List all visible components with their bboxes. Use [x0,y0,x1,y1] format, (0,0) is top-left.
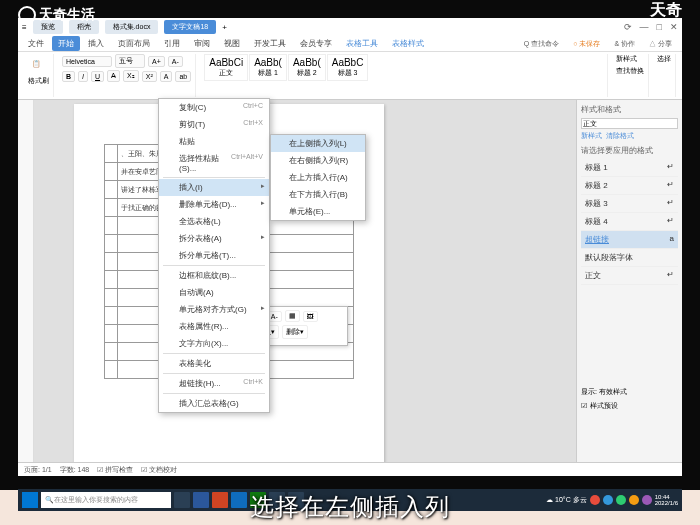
style-item-h4[interactable]: 标题 4↵ [581,213,678,231]
ribbon-tab-layout[interactable]: 页面布局 [112,36,156,51]
bold-button[interactable]: B [62,71,75,82]
submenu-insert-col-left[interactable]: 在上侧插入列(L) [271,135,365,152]
ribbon-unsaved: ○ 未保存 [567,37,606,51]
menu-paste[interactable]: 粘贴 [159,133,269,150]
menu-text-direction[interactable]: 文字方向(X)... [159,335,269,352]
status-page: 页面: 1/1 [24,465,52,475]
style-item-hyperlink[interactable]: 超链接a [581,231,678,249]
mini-table-icon[interactable]: ▦ [285,310,300,322]
ribbon-share[interactable]: △ 分享 [643,37,678,51]
menu-cut[interactable]: 剪切(T)Ctrl+X [159,116,269,133]
styles-panel: 样式和格式 新样式 清除格式 请选择要应用的格式 标题 1↵ 标题 2↵ 标题 … [576,100,682,462]
ribbon-tab-reference[interactable]: 引用 [158,36,186,51]
italic-button[interactable]: I [78,71,88,82]
mini-delete[interactable]: 删除▾ [282,325,308,339]
ribbon-tab-member[interactable]: 会员专享 [294,36,338,51]
insert-submenu: 在上侧插入列(L) 在右侧插入列(R) 在上方插入行(A) 在下方插入行(B) … [270,134,366,221]
submenu-insert-col-right[interactable]: 在右侧插入列(R) [271,152,365,169]
select-button[interactable]: 选择 [657,54,671,64]
context-menu: 复制(C)Ctrl+C 剪切(T)Ctrl+X 粘贴 选择性粘贴(S)...Ct… [158,98,270,413]
monitor-frame: ≡ 预览 稻壳 格式集.docx 文字文稿18 + ⟳ — □ ✕ 文件 开始 … [0,0,700,490]
increase-font-button[interactable]: A+ [148,56,165,67]
ribbon-tab-start[interactable]: 开始 [52,36,80,51]
style-preset-1[interactable]: AaBb(标题 1 [249,54,287,81]
menu-table-beautify[interactable]: 表格美化 [159,355,269,372]
status-spellcheck[interactable]: ☑ 拼写检查 [97,465,133,475]
menu-hyperlink[interactable]: 超链接(H)...Ctrl+K [159,375,269,392]
decrease-font-button[interactable]: A- [168,56,183,67]
brand-logo-overlay: 天奇生活 [18,6,95,24]
clear-format-link[interactable]: 清除格式 [606,131,634,141]
sup-button[interactable]: X² [142,71,157,82]
ribbon-collab[interactable]: & 协作 [608,37,641,51]
menu-table-props[interactable]: 表格属性(R)... [159,318,269,335]
show-styles-dropdown[interactable]: 显示: 有效样式 [581,385,678,399]
screen: ≡ 预览 稻壳 格式集.docx 文字文稿18 + ⟳ — □ ✕ 文件 开始 … [18,18,682,476]
strike-button[interactable]: A̶ [107,70,120,82]
sync-icon[interactable]: ⟳ [624,22,632,32]
sub-button[interactable]: X₂ [123,70,139,82]
submenu-insert-cell[interactable]: 单元格(E)... [271,203,365,220]
paste-button[interactable]: 📋 [28,54,49,74]
ribbon-tab-tabletools[interactable]: 表格工具 [340,36,384,51]
ribbon-search[interactable]: Q 查找命令 [518,37,565,51]
find-replace-button[interactable]: 查找替换 [616,66,644,76]
ribbon-tab-file[interactable]: 文件 [22,36,50,51]
video-subtitle: 选择在左侧插入列 [0,489,700,525]
style-item-h2[interactable]: 标题 2↵ [581,177,678,195]
menu-delete-cell[interactable]: 删除单元格(D)... [159,196,269,213]
style-item-defaultpara[interactable]: 默认段落字体 [581,249,678,267]
brand-topright-overlay: 天奇 [650,0,682,21]
ruler-vertical [18,100,34,462]
style-preset-2[interactable]: AaBb(标题 2 [288,54,326,81]
menu-insert[interactable]: 插入(I) [159,179,269,196]
style-preset-0[interactable]: AaBbCi正文 [204,54,248,81]
format-brush-button[interactable]: 格式刷 [28,76,49,86]
menu-split-table[interactable]: 拆分表格(A) [159,230,269,247]
status-words: 字数: 148 [60,465,90,475]
menu-copy[interactable]: 复制(C)Ctrl+C [159,99,269,116]
menu-select-table[interactable]: 全选表格(L) [159,213,269,230]
menu-border-shading[interactable]: 边框和底纹(B)... [159,267,269,284]
mini-image-icon[interactable]: 🖼 [303,311,318,322]
style-item-h1[interactable]: 标题 1↵ [581,159,678,177]
statusbar: 页面: 1/1 字数: 148 ☑ 拼写检查 ☑ 文档校对 [18,462,682,476]
fontcolor-button[interactable]: A [160,71,173,82]
underline-button[interactable]: U [91,71,104,82]
menu-insert-summary[interactable]: 插入汇总表格(G) [159,395,269,412]
new-style-button[interactable]: 新样式 [616,54,644,64]
window-titlebar: ≡ 预览 稻壳 格式集.docx 文字文稿18 + ⟳ — □ ✕ [18,18,682,36]
menu-split-cell[interactable]: 拆分单元格(T)... [159,247,269,264]
style-item-h3[interactable]: 标题 3↵ [581,195,678,213]
style-preset-3[interactable]: AaBbC标题 3 [327,54,369,81]
new-style-link[interactable]: 新样式 [581,131,602,141]
submenu-insert-row-above[interactable]: 在上方插入行(A) [271,169,365,186]
new-tab-icon[interactable]: + [222,23,227,32]
font-select[interactable]: Helvetica [62,56,112,67]
styles-list-label: 请选择要应用的格式 [581,145,678,156]
ribbon-tabs: 文件 开始 插入 页面布局 引用 审阅 视图 开发工具 会员专享 表格工具 表格… [18,36,682,52]
titlebar-tab-2[interactable]: 格式集.docx [105,20,159,34]
styles-panel-title: 样式和格式 [581,104,678,115]
titlebar-tab-3[interactable]: 文字文稿18 [164,20,216,34]
menu-paste-special[interactable]: 选择性粘贴(S)...Ctrl+Alt+V [159,150,269,176]
status-proof[interactable]: ☑ 文档校对 [141,465,177,475]
ribbon-tab-view[interactable]: 视图 [218,36,246,51]
style-item-body[interactable]: 正文↵ [581,267,678,285]
ribbon-tab-review[interactable]: 审阅 [188,36,216,51]
close-icon[interactable]: ✕ [670,22,678,32]
ribbon-tab-insert[interactable]: 插入 [82,36,110,51]
menu-auto-adjust[interactable]: 自动调(A) [159,284,269,301]
ribbon-toolbar: 📋 格式刷 Helvetica 五号 A+ A- B I U A̶ X₂ X² … [18,52,682,100]
fontsize-select[interactable]: 五号 [115,54,145,68]
minimize-icon[interactable]: — [640,22,649,32]
ribbon-tab-devtools[interactable]: 开发工具 [248,36,292,51]
menu-cell-align[interactable]: 单元格对齐方式(G) [159,301,269,318]
highlight-button[interactable]: ab [175,71,191,82]
style-preset-label[interactable]: ☑ 样式预设 [581,399,678,413]
submenu-insert-row-below[interactable]: 在下方插入行(B) [271,186,365,203]
ribbon-tab-tablestyle[interactable]: 表格样式 [386,36,430,51]
current-style-field[interactable] [581,118,678,129]
maximize-icon[interactable]: □ [657,22,662,32]
